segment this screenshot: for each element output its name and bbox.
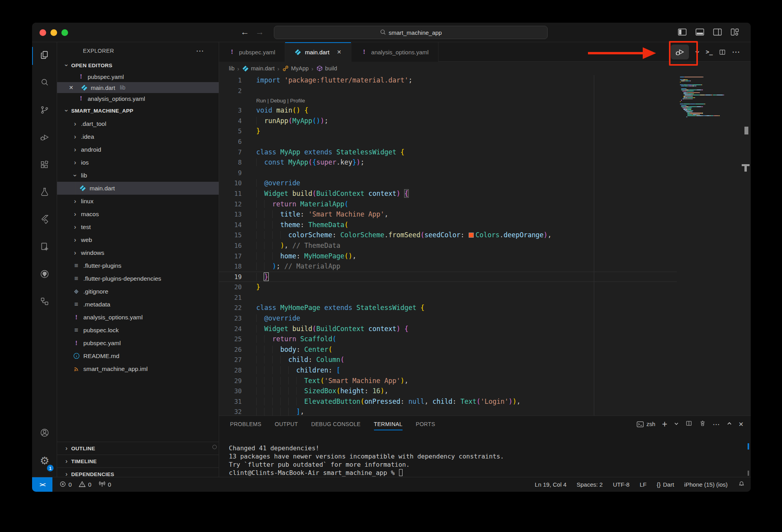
- tree-item-.metadata[interactable]: ≡.metadata: [57, 298, 219, 311]
- code-line-12[interactable]: 12 return MaterialApp(: [219, 199, 677, 210]
- activity-item-extensions[interactable]: [32, 152, 57, 179]
- code-line-14[interactable]: 14 theme: ThemeData(: [219, 220, 677, 230]
- tree-item-.idea[interactable]: ›.idea: [57, 130, 219, 143]
- breadcrumb-item-MyApp[interactable]: MyApp: [282, 65, 309, 72]
- minimap[interactable]: [680, 77, 745, 118]
- toggle-sidebar-icon[interactable]: [678, 27, 687, 37]
- tree-item-web[interactable]: ›web: [57, 233, 219, 246]
- activity-item-flutter[interactable]: [32, 206, 57, 234]
- code-line-28[interactable]: 28 children: [: [219, 365, 677, 376]
- code-line-9[interactable]: 9: [219, 168, 677, 178]
- code-line-22[interactable]: 22class MyHomePage extends StatelessWidg…: [219, 303, 677, 313]
- close-panel-icon[interactable]: ✕: [739, 421, 744, 428]
- status-item-iphone-15-ios-[interactable]: iPhone (15) (ios): [684, 481, 728, 488]
- open-editors-section-header[interactable]: › OPEN EDITORS: [57, 59, 219, 71]
- section-outline[interactable]: ›OUTLINE: [57, 442, 219, 455]
- tree-item-pubspec.lock[interactable]: ≡pubspec.lock: [57, 324, 219, 337]
- status-item-dart[interactable]: {}Dart: [657, 481, 674, 488]
- panel-tab-debug-console[interactable]: DEBUG CONSOLE: [311, 416, 361, 432]
- section-timeline[interactable]: ›TIMELINE: [57, 455, 219, 468]
- status-item-ln-19-col-4[interactable]: Ln 19, Col 4: [535, 481, 566, 488]
- customize-layout-icon[interactable]: [730, 27, 740, 37]
- navigate-forward-icon[interactable]: →: [255, 27, 264, 37]
- tree-item-.flutter-plugins-dependencies[interactable]: ≡.flutter-plugins-dependencies: [57, 272, 219, 285]
- code-line-25[interactable]: 25 return Scaffold(: [219, 334, 677, 344]
- code-line-2[interactable]: 2: [219, 86, 677, 96]
- split-editor-icon[interactable]: [719, 48, 726, 56]
- tree-item-android[interactable]: ›android: [57, 143, 219, 156]
- code-line-19[interactable]: 19 }: [219, 272, 677, 282]
- tree-item-.flutter-plugins[interactable]: ≡.flutter-plugins: [57, 259, 219, 272]
- tab-analysis_options.yaml[interactable]: !analysis_options.yaml: [351, 42, 439, 62]
- minimize-window-button[interactable]: [50, 29, 57, 36]
- close-icon[interactable]: ✕: [69, 84, 77, 91]
- explorer-more-actions-icon[interactable]: ⋯: [196, 46, 204, 56]
- kill-terminal-trash-icon[interactable]: [699, 420, 706, 428]
- tree-item-analysis_options.yaml[interactable]: !analysis_options.yaml: [57, 311, 219, 324]
- close-icon[interactable]: ✕: [337, 49, 342, 55]
- activity-item-source-control[interactable]: [32, 97, 57, 124]
- code-line-13[interactable]: 13 title: 'Smart Machine App',: [219, 209, 677, 220]
- tree-item-macos[interactable]: ›macos: [57, 208, 219, 220]
- tree-item-main.dart[interactable]: main.dart: [57, 182, 219, 195]
- status-item-lf[interactable]: LF: [640, 481, 647, 488]
- code-line-8[interactable]: 8 const MyApp({super.key});: [219, 157, 677, 168]
- open-terminal-icon[interactable]: >_: [706, 48, 713, 56]
- code-line-29[interactable]: 29 Text('Smart Machine App'),: [219, 376, 677, 386]
- code-line-5[interactable]: 5}: [219, 126, 677, 136]
- panel-tab-output[interactable]: OUTPUT: [275, 416, 298, 432]
- status-item-bell[interactable]: [738, 480, 745, 489]
- tree-item-test[interactable]: ›test: [57, 220, 219, 233]
- close-window-button[interactable]: [40, 29, 46, 36]
- status-item-spaces-2[interactable]: Spaces: 2: [577, 481, 603, 488]
- panel-more-actions-icon[interactable]: ⋯: [713, 420, 720, 429]
- code-line-1[interactable]: 1import 'package:flutter/material.dart';: [219, 75, 677, 86]
- tree-item-.dart_tool[interactable]: ›.dart_tool: [57, 117, 219, 130]
- code-line-17[interactable]: 17 home: MyHomePage(),: [219, 251, 677, 262]
- terminal-prompt[interactable]: clint@Clints-MacBook-Air smart_machine_a…: [229, 469, 504, 477]
- activity-item-github[interactable]: [32, 261, 57, 288]
- code-line-32[interactable]: 32 ],: [219, 407, 677, 416]
- codelens-run-debug-profile[interactable]: Run | Debug | Profile: [219, 96, 677, 105]
- remote-indicator[interactable]: ><: [32, 477, 52, 492]
- tree-item-windows[interactable]: ›windows: [57, 246, 219, 259]
- code-line-16[interactable]: 16 ), // ThemeData: [219, 240, 677, 251]
- tree-item-smart_machine_app.iml[interactable]: smart_machine_app.iml: [57, 362, 219, 375]
- code-line-26[interactable]: 26 body: Center(: [219, 344, 677, 355]
- section-dependencies[interactable]: ›DEPENDENCIES: [57, 468, 219, 477]
- tree-item-lib[interactable]: ›lib: [57, 169, 219, 182]
- toggle-panel-icon[interactable]: [695, 27, 705, 37]
- code-line-30[interactable]: 30 SizedBox(height: 16),: [219, 386, 677, 396]
- panel-tab-problems[interactable]: PROBLEMS: [230, 416, 261, 432]
- tab-main.dart[interactable]: main.dart✕: [285, 42, 351, 62]
- code-line-23[interactable]: 23 @override: [219, 313, 677, 324]
- activity-item-testing[interactable]: [32, 179, 57, 206]
- tree-item-linux[interactable]: ›linux: [57, 195, 219, 208]
- toggle-secondary-sidebar-icon[interactable]: [713, 27, 722, 37]
- activity-item-run-debug[interactable]: [32, 124, 57, 152]
- tree-item-ios[interactable]: ›ios: [57, 156, 219, 169]
- activity-item-settings[interactable]: ⚙1: [32, 447, 57, 475]
- tree-item-.gitignore[interactable]: .gitignore: [57, 285, 219, 298]
- panel-tab-ports[interactable]: PORTS: [416, 416, 435, 432]
- problems-status[interactable]: 0 0: [59, 481, 92, 489]
- activity-item-explorer[interactable]: [32, 42, 57, 70]
- status-item-utf-8[interactable]: UTF-8: [613, 481, 630, 488]
- breadcrumb-item-lib[interactable]: lib: [229, 65, 235, 72]
- breadcrumb-item-main.dart[interactable]: main.dart: [242, 65, 275, 72]
- editor-more-actions-icon[interactable]: ⋯: [732, 47, 741, 57]
- project-section-header[interactable]: › SMART_MACHINE_APP: [57, 104, 219, 117]
- terminal-dropdown-chevron-icon[interactable]: [674, 421, 679, 428]
- code-line-18[interactable]: 18 ); // MaterialApp: [219, 261, 677, 272]
- code-line-15[interactable]: 15 colorScheme: ColorScheme.fromSeed(see…: [219, 230, 677, 240]
- code-line-27[interactable]: 27 child: Column(: [219, 355, 677, 365]
- code-line-11[interactable]: 11 Widget build(BuildContext context) {: [219, 188, 677, 199]
- activity-item-search[interactable]: [32, 70, 57, 97]
- open-editor-main.dart[interactable]: ✕main.dartlib: [57, 82, 219, 93]
- code-line-3[interactable]: 3void main() {: [219, 105, 677, 116]
- maximize-panel-chevron-icon[interactable]: [727, 421, 732, 428]
- tab-pubspec.yaml[interactable]: !pubspec.yaml: [219, 42, 285, 62]
- ports-status[interactable]: 0: [99, 480, 111, 489]
- code-line-24[interactable]: 24 Widget build(BuildContext context) {: [219, 324, 677, 334]
- code-line-20[interactable]: 20}: [219, 282, 677, 292]
